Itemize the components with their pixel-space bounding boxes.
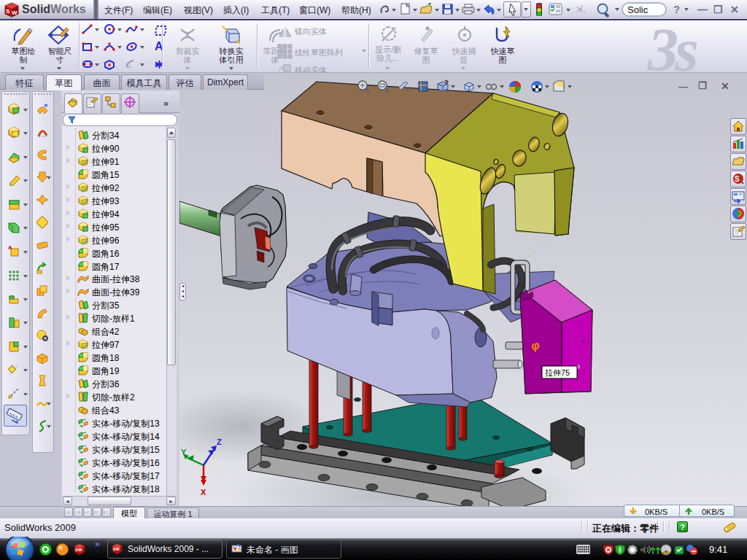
svg-text:φ: φ (530, 339, 541, 352)
svg-text:SW: SW (113, 547, 120, 551)
svg-text:X: X (201, 488, 206, 497)
svg-text:SW: SW (75, 548, 82, 552)
svg-text:拉伸75: 拉伸75 (545, 368, 570, 377)
svg-text:Z: Z (217, 438, 222, 446)
svg-text:S: S (6, 8, 10, 15)
svg-text:S: S (735, 175, 740, 183)
svg-text:W: W (12, 9, 18, 16)
svg-text:Y: Y (181, 448, 187, 456)
